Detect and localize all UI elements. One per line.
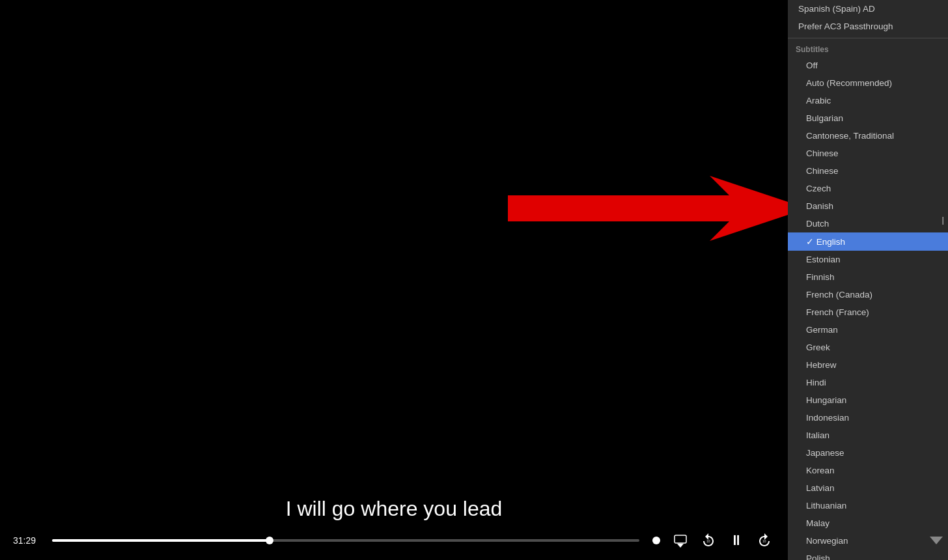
subtitle-menu: Spanish (Spain) AD Prefer AC3 Passthroug… [788,0,948,560]
menu-item-polish[interactable]: Polish [788,550,948,560]
menu-item-prefer-ac3[interactable]: Prefer AC3 Passthrough [788,18,948,35]
subtitles-section-header: Subtitles [788,41,948,57]
svg-text:10: 10 [762,539,766,543]
svg-marker-2 [677,544,684,548]
progress-bar-container[interactable] [52,539,639,542]
menu-item-auto[interactable]: Auto (Recommended) [788,74,948,92]
menu-item-indonesian[interactable]: Indonesian [788,409,948,427]
video-player: I will go where you lead 31:29 10 ⏸ [0,0,788,560]
menu-item-hungarian[interactable]: Hungarian [788,391,948,409]
svg-marker-0 [508,176,807,241]
menu-item-french-canada[interactable]: French (Canada) [788,286,948,303]
menu-item-finnish[interactable]: Finnish [788,268,948,286]
menu-item-hebrew[interactable]: Hebrew [788,356,948,374]
svg-text:10: 10 [706,539,710,543]
menu-item-greek[interactable]: Greek [788,339,948,356]
menu-item-hindi[interactable]: Hindi [788,374,948,391]
menu-item-english[interactable]: English [788,232,948,251]
scroll-down-indicator [930,535,943,547]
play-pause-button[interactable]: ⏸ [727,529,746,552]
menu-item-japanese[interactable]: Japanese [788,444,948,462]
menu-item-french-france[interactable]: French (France) [788,303,948,321]
menu-item-estonian[interactable]: Estonian [788,251,948,268]
svg-marker-5 [930,537,943,544]
menu-item-chinese1[interactable]: Chinese [788,145,948,162]
menu-item-lithuanian[interactable]: Lithuanian [788,497,948,514]
svg-rect-1 [675,535,686,543]
menu-item-cantonese[interactable]: Cantonese, Traditional [788,127,948,145]
time-display: 31:29 [13,535,39,546]
menu-item-chinese2[interactable]: Chinese [788,162,948,180]
progress-track[interactable] [52,539,639,542]
menu-item-norwegian[interactable]: Norwegian [788,532,948,550]
menu-item-malay[interactable]: Malay [788,514,948,532]
menu-item-korean[interactable]: Korean [788,462,948,479]
red-arrow-indicator [508,176,807,241]
menu-divider [788,38,948,38]
menu-item-dutch[interactable]: Dutch [788,215,948,232]
airplay-button[interactable] [671,531,690,550]
menu-item-arabic[interactable]: Arabic [788,92,948,109]
menu-item-off[interactable]: Off [788,57,948,74]
menu-item-latvian[interactable]: Latvian [788,479,948,497]
progress-fill [52,539,270,542]
menu-item-bulgarian[interactable]: Bulgarian [788,109,948,127]
skip-forward-button[interactable]: 10 [754,530,775,551]
volume-control[interactable] [652,537,660,544]
progress-thumb[interactable] [266,537,273,544]
menu-item-spanish-ad[interactable]: Spanish (Spain) AD [788,0,948,18]
menu-item-german[interactable]: German [788,321,948,339]
menu-item-danish[interactable]: Danish [788,197,948,215]
menu-item-italian[interactable]: Italian [788,427,948,444]
player-controls: 31:29 10 ⏸ 1 [0,521,788,560]
menu-item-czech[interactable]: Czech [788,180,948,197]
skip-back-button[interactable]: 10 [698,530,719,551]
